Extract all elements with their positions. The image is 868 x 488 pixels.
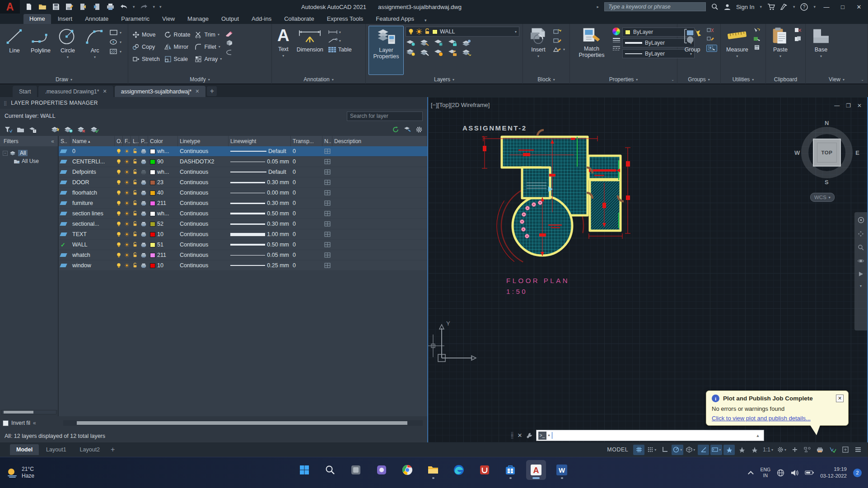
stretch-button[interactable]: Stretch <box>131 55 161 64</box>
sign-in-dropdown-icon[interactable]: ▾ <box>760 5 762 9</box>
layer-color[interactable]: 90 <box>148 157 178 167</box>
minimize-button[interactable]: — <box>821 2 832 11</box>
layout-tab-layout2[interactable]: Layout2 <box>74 444 106 455</box>
layer-color[interactable]: 52 <box>148 219 178 229</box>
layer-description[interactable] <box>332 177 427 187</box>
layer-plot-toggle[interactable] <box>139 260 148 270</box>
layer-new-vp-freeze-toggle[interactable] <box>322 229 332 239</box>
layer-transparency[interactable]: 0 <box>291 146 322 156</box>
layer-transparency[interactable]: 0 <box>291 250 322 260</box>
select-all-icon[interactable] <box>753 36 761 42</box>
viewcube-south[interactable]: S <box>825 179 829 186</box>
layer-linetype[interactable]: Continuous <box>178 177 229 187</box>
column-header-l[interactable]: L... <box>131 136 139 146</box>
plot-status-button[interactable] <box>814 445 826 455</box>
paste-button[interactable]: Paste▾ <box>769 26 792 75</box>
layer-linetype[interactable]: Continuous <box>178 198 229 208</box>
new-property-filter-icon[interactable] <box>5 126 12 133</box>
layer-row[interactable]: DOOR23Continuous0.30 mm0 <box>59 177 427 188</box>
file-tab-close-icon[interactable]: ✕ <box>103 88 107 94</box>
new-layer-icon[interactable] <box>51 126 60 133</box>
grid-display-button[interactable] <box>633 445 644 455</box>
column-header-o[interactable]: O.. <box>115 136 123 146</box>
layer-linetype[interactable]: Continuous <box>178 146 229 156</box>
taskbar-app-chrome[interactable] <box>397 460 417 480</box>
volume-icon[interactable] <box>791 469 798 476</box>
layer-color[interactable]: 40 <box>148 188 178 198</box>
column-header-transp[interactable]: Transp... <box>291 136 322 146</box>
layer-lineweight[interactable]: 0.30 mm <box>229 198 291 208</box>
qat-customize-icon[interactable]: ▾ <box>159 5 162 9</box>
column-header-color[interactable]: Color <box>148 136 178 146</box>
layer-lineweight[interactable]: 0.25 mm <box>229 260 291 270</box>
command-customize-wrench-icon[interactable] <box>526 432 532 439</box>
set-current-layer-icon[interactable] <box>90 126 99 133</box>
taskbar-app-edge[interactable] <box>449 460 469 480</box>
layout-tab-layout1[interactable]: Layout1 <box>40 444 72 455</box>
create-block-icon[interactable] <box>553 28 565 34</box>
open-file-icon[interactable] <box>38 2 47 11</box>
model-space-label[interactable]: MODEL <box>607 446 628 453</box>
layer-on-toggle[interactable] <box>115 260 123 270</box>
layer-freeze-toggle[interactable] <box>123 157 131 167</box>
array-button[interactable]: Array▾ <box>193 55 223 64</box>
settings-gear-icon[interactable] <box>415 126 423 133</box>
ribbon-tab-home[interactable]: Home <box>23 14 51 24</box>
new-layer-vp-frozen-icon[interactable] <box>64 126 73 133</box>
layer-name[interactable]: floorhatch <box>70 188 115 198</box>
orbit-icon[interactable] <box>858 258 864 264</box>
layer-transparency[interactable]: 0 <box>291 177 322 187</box>
layer-on-toggle[interactable] <box>115 188 123 198</box>
layer-linetype[interactable]: Continuous <box>178 219 229 229</box>
layer-row[interactable]: floorhatch40Continuous0.00 mm0 <box>59 188 427 198</box>
zoom-extents-icon[interactable] <box>858 244 864 251</box>
battery-icon[interactable] <box>805 470 814 475</box>
layer-new-vp-freeze-toggle[interactable] <box>322 157 332 167</box>
viewcube-north[interactable]: N <box>825 120 829 126</box>
layer-row[interactable]: sectional...52Continuous0.30 mm0 <box>59 219 427 229</box>
modify-panel-label[interactable]: Modify▾ <box>128 75 271 84</box>
layer-name[interactable]: 0 <box>70 146 115 156</box>
table-icon[interactable]: Table <box>328 46 352 53</box>
layer-description[interactable] <box>332 250 427 260</box>
workspace-switching-button[interactable]: ▾ <box>776 445 788 455</box>
close-button[interactable]: ✕ <box>854 2 864 11</box>
match-properties-button[interactable]: Match Properties <box>573 26 611 75</box>
layer-transparency[interactable]: 0 <box>291 260 322 270</box>
layer-lock-toggle[interactable] <box>131 240 139 250</box>
layer-color[interactable]: 211 <box>148 250 178 260</box>
layer-new-vp-freeze-toggle[interactable] <box>322 177 332 187</box>
scale-button[interactable]: Scale <box>163 55 192 64</box>
layer-name[interactable]: Defpoints <box>70 167 115 177</box>
layer-description[interactable] <box>332 188 427 198</box>
ribbon-tab-express-tools[interactable]: Express Tools <box>321 14 369 24</box>
pan-icon[interactable] <box>858 231 864 237</box>
layer-description[interactable] <box>332 157 427 167</box>
layer-transparency[interactable]: 0 <box>291 167 322 177</box>
new-layout-icon[interactable]: + <box>107 446 118 454</box>
drawing-canvas[interactable]: [−][Top][2D Wireframe] — ❐ ✕ ASSIGNMENT-… <box>428 97 868 442</box>
mirror-button[interactable]: Mirror <box>163 42 192 51</box>
autodesk-dropdown-icon[interactable]: ▾ <box>793 5 795 9</box>
invert-filter-checkbox[interactable] <box>3 420 9 426</box>
layer-lock-toggle[interactable] <box>131 157 139 167</box>
layout-tab-model[interactable]: Model <box>10 444 39 455</box>
layer-match-icon[interactable] <box>420 49 429 56</box>
annotation-monitor-button[interactable] <box>789 445 800 455</box>
layer-transparency[interactable]: 0 <box>291 157 322 167</box>
layer-linetype[interactable]: Continuous <box>178 229 229 239</box>
layer-freeze-toggle[interactable] <box>123 146 131 156</box>
palette-grip-icon[interactable]: ⣿ <box>4 101 7 106</box>
dynamic-input-button[interactable]: ▾ <box>710 445 722 455</box>
maximize-button[interactable]: □ <box>837 2 848 11</box>
layer-settings-paint-icon[interactable] <box>404 126 411 133</box>
help-dropdown-icon[interactable]: ▾ <box>813 5 816 9</box>
layer-plot-toggle[interactable] <box>139 240 148 250</box>
layer-description[interactable] <box>332 229 427 239</box>
layer-new-vp-freeze-toggle[interactable] <box>322 146 332 156</box>
layer-lineweight[interactable]: 0.30 mm <box>229 219 291 229</box>
group-button[interactable]: Group <box>680 26 705 75</box>
layer-search-box[interactable] <box>347 112 423 121</box>
layer-linetype[interactable]: DASHDOTX2 <box>178 157 229 167</box>
layer-color[interactable]: 211 <box>148 198 178 208</box>
